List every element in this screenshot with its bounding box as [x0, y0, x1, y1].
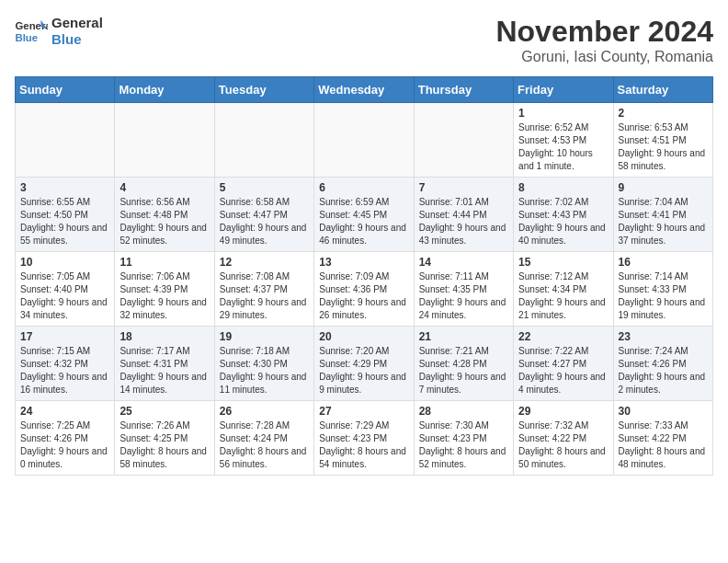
- day-info: Sunrise: 7:08 AM Sunset: 4:37 PM Dayligh…: [220, 270, 309, 322]
- day-info: Sunrise: 7:28 AM Sunset: 4:24 PM Dayligh…: [220, 419, 309, 471]
- day-number: 13: [319, 256, 408, 269]
- day-number: 15: [518, 256, 608, 269]
- day-cell: 9Sunrise: 7:04 AM Sunset: 4:41 PM Daylig…: [613, 178, 712, 252]
- day-info: Sunrise: 7:12 AM Sunset: 4:34 PM Dayligh…: [518, 270, 608, 322]
- day-cell: 18Sunrise: 7:17 AM Sunset: 4:31 PM Dayli…: [115, 327, 214, 401]
- day-header-thursday: Thursday: [414, 77, 513, 103]
- day-info: Sunrise: 7:06 AM Sunset: 4:39 PM Dayligh…: [119, 270, 209, 322]
- day-number: 28: [419, 405, 508, 418]
- day-cell: 16Sunrise: 7:14 AM Sunset: 4:33 PM Dayli…: [613, 252, 712, 327]
- day-info: Sunrise: 7:18 AM Sunset: 4:30 PM Dayligh…: [220, 345, 309, 396]
- day-cell: 30Sunrise: 7:33 AM Sunset: 4:22 PM Dayli…: [613, 401, 712, 476]
- day-number: 6: [319, 181, 408, 194]
- week-row-3: 10Sunrise: 7:05 AM Sunset: 4:40 PM Dayli…: [16, 252, 713, 327]
- day-number: 29: [518, 405, 608, 418]
- day-cell: 3Sunrise: 6:55 AM Sunset: 4:50 PM Daylig…: [16, 178, 115, 252]
- logo-line2: Blue: [51, 31, 103, 48]
- day-cell: 10Sunrise: 7:05 AM Sunset: 4:40 PM Dayli…: [16, 252, 115, 327]
- day-info: Sunrise: 7:20 AM Sunset: 4:29 PM Dayligh…: [319, 345, 408, 396]
- day-info: Sunrise: 7:17 AM Sunset: 4:31 PM Dayligh…: [119, 345, 209, 396]
- main-title: November 2024: [495, 15, 713, 49]
- day-cell: 23Sunrise: 7:24 AM Sunset: 4:26 PM Dayli…: [613, 327, 712, 401]
- day-number: 22: [518, 330, 608, 343]
- day-number: 16: [619, 256, 708, 269]
- day-number: 9: [619, 181, 708, 194]
- day-header-sunday: Sunday: [16, 77, 115, 103]
- day-info: Sunrise: 6:56 AM Sunset: 4:48 PM Dayligh…: [119, 196, 209, 247]
- day-cell: 22Sunrise: 7:22 AM Sunset: 4:27 PM Dayli…: [514, 327, 613, 401]
- week-row-1: 1Sunrise: 6:52 AM Sunset: 4:53 PM Daylig…: [16, 103, 713, 178]
- day-cell: 27Sunrise: 7:29 AM Sunset: 4:23 PM Dayli…: [314, 401, 414, 476]
- calendar-body: 1Sunrise: 6:52 AM Sunset: 4:53 PM Daylig…: [16, 103, 713, 476]
- day-number: 30: [619, 405, 708, 418]
- day-info: Sunrise: 6:55 AM Sunset: 4:50 PM Dayligh…: [20, 196, 109, 247]
- day-cell: [214, 103, 313, 178]
- day-info: Sunrise: 7:02 AM Sunset: 4:43 PM Dayligh…: [518, 196, 608, 247]
- day-cell: 12Sunrise: 7:08 AM Sunset: 4:37 PM Dayli…: [214, 252, 313, 327]
- day-cell: 4Sunrise: 6:56 AM Sunset: 4:48 PM Daylig…: [115, 178, 214, 252]
- week-row-5: 24Sunrise: 7:25 AM Sunset: 4:26 PM Dayli…: [16, 401, 713, 476]
- day-info: Sunrise: 7:30 AM Sunset: 4:23 PM Dayligh…: [419, 419, 508, 471]
- day-cell: 15Sunrise: 7:12 AM Sunset: 4:34 PM Dayli…: [514, 252, 613, 327]
- day-header-tuesday: Tuesday: [214, 77, 313, 103]
- day-number: 7: [419, 181, 508, 194]
- day-number: 24: [20, 405, 109, 418]
- day-cell: 26Sunrise: 7:28 AM Sunset: 4:24 PM Dayli…: [214, 401, 313, 476]
- day-cell: 21Sunrise: 7:21 AM Sunset: 4:28 PM Dayli…: [414, 327, 513, 401]
- day-header-wednesday: Wednesday: [314, 77, 414, 103]
- day-number: 5: [220, 181, 309, 194]
- day-info: Sunrise: 7:32 AM Sunset: 4:22 PM Dayligh…: [518, 419, 608, 471]
- week-row-4: 17Sunrise: 7:15 AM Sunset: 4:32 PM Dayli…: [16, 327, 713, 401]
- day-number: 11: [119, 256, 209, 269]
- day-cell: 20Sunrise: 7:20 AM Sunset: 4:29 PM Dayli…: [314, 327, 414, 401]
- day-cell: 5Sunrise: 6:58 AM Sunset: 4:47 PM Daylig…: [214, 178, 313, 252]
- day-number: 19: [220, 330, 309, 343]
- day-number: 4: [119, 181, 209, 194]
- day-info: Sunrise: 7:24 AM Sunset: 4:26 PM Dayligh…: [619, 345, 708, 396]
- day-header-friday: Friday: [514, 77, 613, 103]
- day-cell: 24Sunrise: 7:25 AM Sunset: 4:26 PM Dayli…: [16, 401, 115, 476]
- day-number: 3: [20, 181, 109, 194]
- day-number: 10: [20, 256, 109, 269]
- day-info: Sunrise: 7:26 AM Sunset: 4:25 PM Dayligh…: [119, 419, 209, 471]
- header: General Blue General Blue November 2024 …: [15, 15, 713, 65]
- day-number: 8: [518, 181, 608, 194]
- day-info: Sunrise: 7:22 AM Sunset: 4:27 PM Dayligh…: [518, 345, 608, 396]
- svg-text:Blue: Blue: [16, 32, 39, 43]
- day-info: Sunrise: 7:14 AM Sunset: 4:33 PM Dayligh…: [619, 270, 708, 322]
- day-number: 23: [619, 330, 708, 343]
- day-number: 27: [319, 405, 408, 418]
- day-number: 17: [20, 330, 109, 343]
- day-cell: [414, 103, 513, 178]
- day-cell: 1Sunrise: 6:52 AM Sunset: 4:53 PM Daylig…: [514, 103, 613, 178]
- day-cell: [115, 103, 214, 178]
- logo: General Blue General Blue: [15, 15, 103, 48]
- day-info: Sunrise: 7:04 AM Sunset: 4:41 PM Dayligh…: [619, 196, 708, 247]
- day-info: Sunrise: 7:33 AM Sunset: 4:22 PM Dayligh…: [619, 419, 708, 471]
- day-cell: [314, 103, 414, 178]
- day-info: Sunrise: 6:59 AM Sunset: 4:45 PM Dayligh…: [319, 196, 408, 247]
- day-cell: 11Sunrise: 7:06 AM Sunset: 4:39 PM Dayli…: [115, 252, 214, 327]
- day-cell: 7Sunrise: 7:01 AM Sunset: 4:44 PM Daylig…: [414, 178, 513, 252]
- day-info: Sunrise: 7:21 AM Sunset: 4:28 PM Dayligh…: [419, 345, 508, 396]
- day-number: 18: [119, 330, 209, 343]
- day-number: 2: [619, 107, 708, 120]
- day-info: Sunrise: 6:52 AM Sunset: 4:53 PM Dayligh…: [518, 121, 608, 173]
- day-info: Sunrise: 7:11 AM Sunset: 4:35 PM Dayligh…: [419, 270, 508, 322]
- day-cell: 28Sunrise: 7:30 AM Sunset: 4:23 PM Dayli…: [414, 401, 513, 476]
- logo-line1: General: [51, 15, 103, 31]
- logo-icon: General Blue: [15, 18, 48, 44]
- day-header-saturday: Saturday: [613, 77, 712, 103]
- day-cell: 8Sunrise: 7:02 AM Sunset: 4:43 PM Daylig…: [514, 178, 613, 252]
- day-number: 12: [220, 256, 309, 269]
- day-number: 20: [319, 330, 408, 343]
- day-cell: 14Sunrise: 7:11 AM Sunset: 4:35 PM Dayli…: [414, 252, 513, 327]
- week-row-2: 3Sunrise: 6:55 AM Sunset: 4:50 PM Daylig…: [16, 178, 713, 252]
- day-info: Sunrise: 7:25 AM Sunset: 4:26 PM Dayligh…: [20, 419, 109, 471]
- title-area: November 2024 Goruni, Iasi County, Roman…: [495, 15, 713, 65]
- day-number: 1: [518, 107, 608, 120]
- day-cell: 17Sunrise: 7:15 AM Sunset: 4:32 PM Dayli…: [16, 327, 115, 401]
- day-info: Sunrise: 6:53 AM Sunset: 4:51 PM Dayligh…: [619, 121, 708, 173]
- day-info: Sunrise: 7:09 AM Sunset: 4:36 PM Dayligh…: [319, 270, 408, 322]
- day-info: Sunrise: 7:29 AM Sunset: 4:23 PM Dayligh…: [319, 419, 408, 471]
